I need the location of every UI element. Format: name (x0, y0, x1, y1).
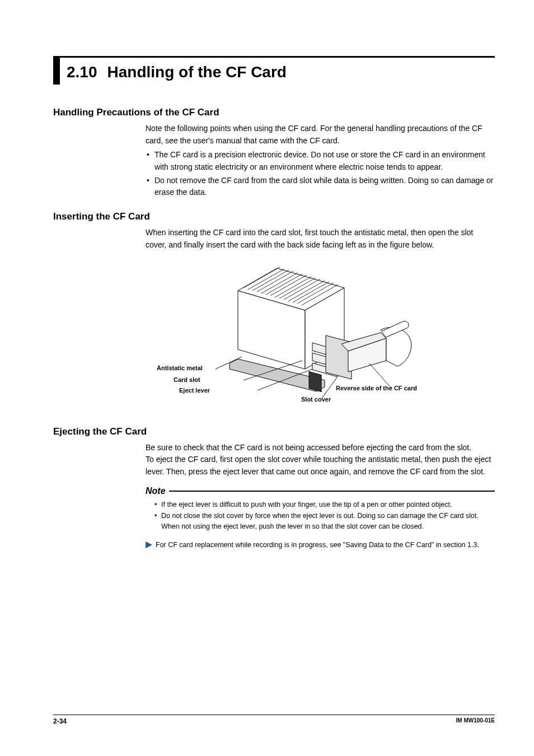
note-block: Note If the eject lever is difficult to … (146, 486, 495, 532)
section-number: 2.10 (67, 58, 97, 85)
figure-cf-card-device: Antistatic metal Card slot Eject lever R… (157, 257, 495, 414)
precautions-intro: Note the following points when using the… (146, 123, 495, 147)
note-rule (169, 491, 495, 492)
figure-label-slot-cover: Slot cover (301, 396, 331, 403)
document-id: IM MW100-01E (456, 717, 495, 725)
title-accent-bar (53, 58, 60, 85)
figure-label-eject-lever: Eject lever (179, 387, 210, 394)
section-title: Handling of the CF Card (107, 58, 287, 85)
cross-reference: For CF card replacement while recording … (146, 540, 495, 550)
list-item: The CF card is a precision electronic de… (146, 149, 495, 173)
page-number: 2-34 (53, 717, 67, 725)
note-list: If the eject lever is difficult to push … (153, 500, 495, 532)
subheading-ejecting: Ejecting the CF Card (53, 426, 495, 437)
note-heading: Note (146, 486, 166, 496)
ejecting-body-2: To eject the CF card, first open the slo… (146, 454, 495, 478)
svg-rect-22 (309, 371, 321, 391)
list-item: If the eject lever is difficult to push … (153, 500, 495, 510)
svg-marker-30 (146, 542, 152, 548)
section-title-block: 2.10 Handling of the CF Card (53, 56, 495, 85)
subheading-inserting: Inserting the CF Card (53, 211, 495, 222)
subheading-precautions: Handling Precautions of the CF Card (53, 107, 495, 118)
device-illustration (213, 257, 420, 403)
cross-reference-text: For CF card replacement while recording … (156, 540, 479, 550)
figure-label-reverse-side: Reverse side of the CF card (336, 385, 417, 391)
figure-label-card-slot: Card slot (174, 376, 200, 383)
list-item: Do not close the slot cover by force whe… (153, 511, 495, 532)
precautions-list: The CF card is a precision electronic de… (146, 149, 495, 199)
arrow-right-icon (146, 542, 153, 548)
page-footer: 2-34 IM MW100-01E (53, 715, 495, 725)
ejecting-body-1: Be sure to check that the CF card is not… (146, 442, 495, 454)
figure-label-antistatic-metal: Antistatic metal (157, 365, 203, 371)
inserting-body: When inserting the CF card into the card… (146, 227, 495, 251)
list-item: Do not remove the CF card from the card … (146, 175, 495, 199)
